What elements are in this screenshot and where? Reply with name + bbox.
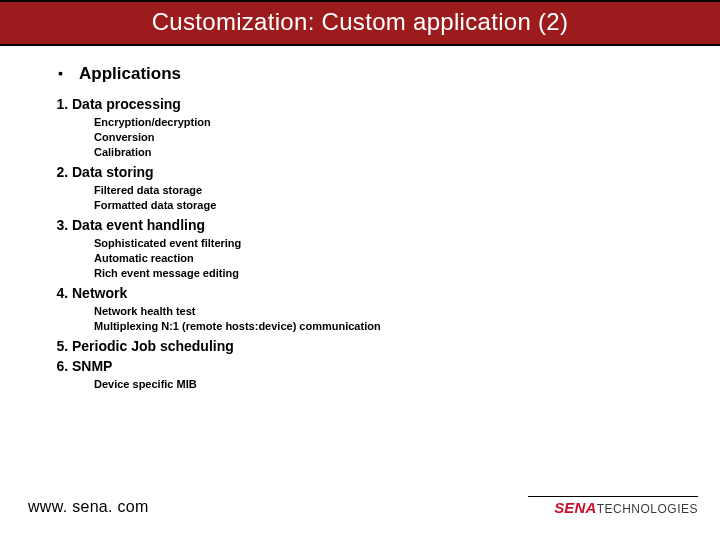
sub-list: Device specific MIB <box>94 378 692 390</box>
list-item: Data storing Filtered data storage Forma… <box>72 164 692 211</box>
sub-list: Network health test Multiplexing N:1 (re… <box>94 305 692 332</box>
sub-item: Network health test <box>94 305 692 317</box>
footer-url: www. sena. com <box>28 498 149 516</box>
sub-item: Rich event message editing <box>94 267 692 279</box>
list-item: SNMP Device specific MIB <box>72 358 692 390</box>
slide: Customization: Custom application (2) Ap… <box>0 0 720 540</box>
sub-item: Sophisticated event filtering <box>94 237 692 249</box>
section-heading: Applications <box>58 64 692 84</box>
sub-item: Multiplexing N:1 (remote hosts:device) c… <box>94 320 692 332</box>
sub-item: Automatic reaction <box>94 252 692 264</box>
slide-title: Customization: Custom application (2) <box>0 0 720 46</box>
sub-item: Formatted data storage <box>94 199 692 211</box>
item-label: Data storing <box>72 164 154 180</box>
logo-rule <box>528 496 698 497</box>
sub-item: Calibration <box>94 146 692 158</box>
sub-item: Conversion <box>94 131 692 143</box>
sub-list: Filtered data storage Formatted data sto… <box>94 184 692 211</box>
item-label: Data event handling <box>72 217 205 233</box>
list-item: Network Network health test Multiplexing… <box>72 285 692 332</box>
item-label: SNMP <box>72 358 112 374</box>
section-heading-text: Applications <box>79 64 181 83</box>
list-item: Periodic Job scheduling <box>72 338 692 354</box>
sub-list: Sophisticated event filtering Automatic … <box>94 237 692 279</box>
sub-item: Device specific MIB <box>94 378 692 390</box>
sub-item: Encryption/decryption <box>94 116 692 128</box>
logo-brand: SENATECHNOLOGIES <box>528 499 698 516</box>
logo-tech: TECHNOLOGIES <box>597 502 698 516</box>
sub-item: Filtered data storage <box>94 184 692 196</box>
list-item: Data event handling Sophisticated event … <box>72 217 692 279</box>
numbered-list: Data processing Encryption/decryption Co… <box>72 96 692 390</box>
item-label: Periodic Job scheduling <box>72 338 234 354</box>
footer: www. sena. com SENATECHNOLOGIES <box>28 496 698 516</box>
sub-list: Encryption/decryption Conversion Calibra… <box>94 116 692 158</box>
logo: SENATECHNOLOGIES <box>528 496 698 516</box>
slide-body: Applications Data processing Encryption/… <box>0 46 720 390</box>
item-label: Data processing <box>72 96 181 112</box>
item-label: Network <box>72 285 127 301</box>
logo-sena: SENA <box>554 499 596 516</box>
list-item: Data processing Encryption/decryption Co… <box>72 96 692 158</box>
